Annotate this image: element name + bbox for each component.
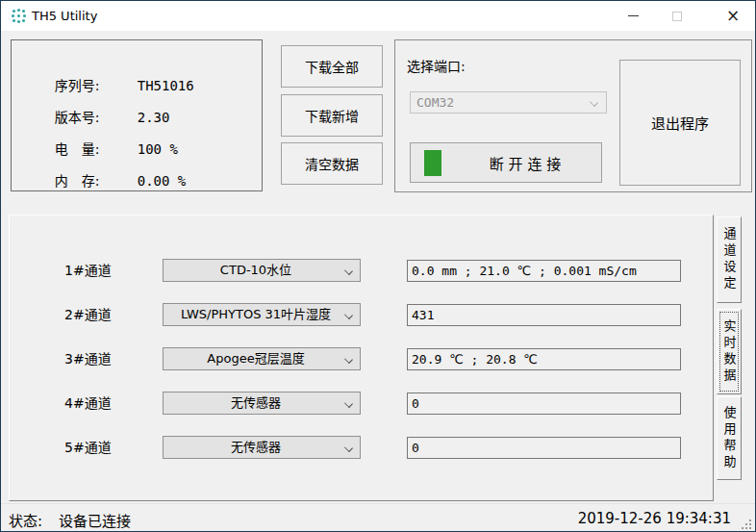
chevron-down-icon: [344, 443, 353, 452]
status-label: 状态:: [9, 510, 42, 530]
status-value: 设备已连接: [59, 510, 131, 530]
battery-row: 电 量:100 %: [29, 123, 178, 140]
chevron-down-icon: [344, 311, 353, 319]
channel-4-label: 4#通道: [64, 392, 132, 415]
channel-4-reading[interactable]: 0: [407, 393, 681, 415]
memory-row: 内 存:0.00 %: [29, 155, 186, 172]
tab-realtime-data[interactable]: 实时数据: [717, 309, 742, 394]
channel-5-sensor-value: 无传感器: [231, 440, 281, 454]
close-button[interactable]: ×: [711, 1, 755, 31]
tab-help[interactable]: 使用帮助: [717, 396, 742, 480]
chevron-down-icon: [344, 355, 353, 364]
channel-5-sensor-select[interactable]: 无传感器: [163, 436, 361, 459]
channel-3-sensor-value: Apogee冠层温度: [207, 351, 304, 366]
channel-2-reading[interactable]: 431: [407, 304, 681, 326]
channel-4-sensor-select[interactable]: 无传感器: [163, 392, 361, 415]
app-window: TH5 Utility × 序列号:TH51016 版本号:2.30 电 量:1…: [0, 0, 756, 532]
channel-5-reading[interactable]: 0: [407, 437, 681, 459]
chevron-down-icon: [344, 266, 353, 275]
connection-frame: 选择端口: COM32 断 开 连 接 退出程序: [394, 39, 752, 192]
tab-channel-settings[interactable]: 通道设定: [717, 216, 742, 303]
channel-2-sensor-value: LWS/PHYTOS 31叶片湿度: [181, 307, 331, 321]
port-combobox[interactable]: COM32: [410, 91, 607, 114]
close-icon: ×: [726, 8, 740, 24]
disconnect-button-label: 断 开 连 接: [449, 143, 601, 182]
channel-3-sensor-select[interactable]: Apogee冠层温度: [163, 347, 361, 370]
chevron-down-icon: [590, 98, 598, 107]
realtime-data-panel: 1#通道 CTD-10水位 0.0 mm ; 21.0 ℃ ; 0.001 mS…: [9, 215, 714, 501]
version-row: 版本号:2.30: [29, 91, 169, 109]
channel-3-reading[interactable]: 20.9 ℃ ; 20.8 ℃: [407, 348, 681, 370]
exit-program-button[interactable]: 退出程序: [619, 60, 741, 186]
title-bar: TH5 Utility ×: [1, 1, 755, 31]
download-all-button[interactable]: 下载全部: [281, 45, 383, 88]
minimize-button[interactable]: [611, 1, 655, 31]
memory-label: 内 存:: [55, 170, 138, 190]
minimize-icon: [628, 15, 639, 16]
resize-grip[interactable]: [740, 518, 751, 529]
disconnect-button[interactable]: 断 开 连 接: [410, 142, 602, 183]
window-title: TH5 Utility: [32, 1, 97, 31]
app-icon: [11, 8, 27, 24]
status-datetime: 2019-12-26 19:34:31: [578, 510, 731, 527]
memory-value: 0.00 %: [138, 173, 187, 189]
channel-2-sensor-select[interactable]: LWS/PHYTOS 31叶片湿度: [163, 303, 361, 326]
channel-3-label: 3#通道: [64, 347, 132, 370]
channel-5-label: 5#通道: [64, 436, 132, 459]
connection-indicator-icon: [424, 150, 441, 176]
serial-number-row: 序列号:TH51016: [29, 60, 194, 77]
port-select-label: 选择端口:: [407, 56, 466, 75]
channel-1-sensor-value: CTD-10水位: [220, 263, 291, 277]
channel-1-sensor-select[interactable]: CTD-10水位: [163, 259, 361, 282]
chevron-down-icon: [344, 399, 353, 408]
status-bar: 状态: 设备已连接 2019-12-26 19:34:31: [1, 503, 755, 532]
channel-2-label: 2#通道: [64, 303, 132, 326]
maximize-icon: [672, 12, 682, 21]
channel-4-sensor-value: 无传感器: [231, 395, 281, 410]
channel-1-label: 1#通道: [64, 259, 132, 282]
channel-1-reading[interactable]: 0.0 mm ; 21.0 ℃ ; 0.001 mS/cm: [407, 260, 681, 282]
clear-data-button[interactable]: 清空数据: [281, 142, 383, 185]
download-new-button[interactable]: 下载新增: [281, 94, 383, 137]
port-combobox-value: COM32: [416, 95, 454, 110]
maximize-button[interactable]: [655, 1, 699, 31]
device-info-panel: 序列号:TH51016 版本号:2.30 电 量:100 % 内 存:0.00 …: [11, 39, 263, 191]
